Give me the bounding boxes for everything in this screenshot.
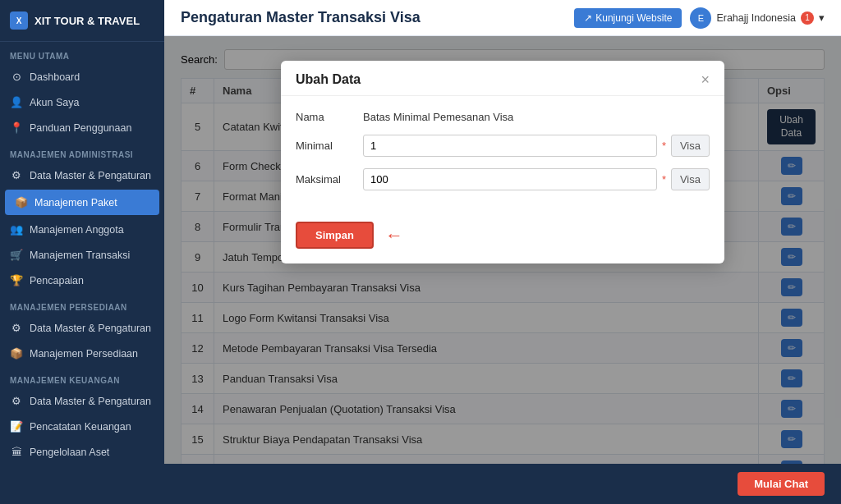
content-area: Search: # Nama Opsi 5Catatan Kwitansi Ta…	[164, 36, 841, 464]
guide-icon: 📍	[10, 121, 23, 134]
form-row-maksimal: Maksimal * Visa	[296, 168, 710, 190]
sidebar-item-label: Akun Saya	[30, 97, 79, 108]
modal-title: Ubah Data	[296, 72, 361, 87]
gear-icon-3: ⚙	[10, 395, 23, 407]
gear-icon-2: ⚙	[10, 322, 23, 334]
modal-header: Ubah Data ×	[281, 61, 724, 96]
sidebar-item-dashboard[interactable]: ⊙ Dashboard	[0, 64, 164, 89]
modal-footer: Simpan ←	[281, 217, 724, 263]
required-star-minimal: *	[662, 140, 666, 152]
user-name: Erahajj Indonesia	[716, 12, 796, 24]
sidebar-item-data-master[interactable]: ⚙ Data Master & Pengaturan	[0, 163, 164, 188]
form-input-group-maksimal: * Visa	[363, 168, 710, 190]
required-star-maksimal: *	[662, 173, 666, 186]
topbar: Pengaturan Master Transaksi Visa ↗ Kunju…	[164, 0, 841, 36]
chevron-down-icon: ▾	[819, 11, 825, 24]
form-label-maksimal: Maksimal	[296, 173, 353, 186]
package-icon-2: 📦	[10, 347, 23, 360]
mulai-chat-button[interactable]: Mulai Chat	[738, 472, 825, 496]
modal-ubah-data: Ubah Data × Nama Batas Minimal Pemesanan…	[281, 61, 724, 263]
modal-body: Nama Batas Minimal Pemesanan Visa Minima…	[281, 96, 724, 217]
package-icon: 📦	[15, 196, 28, 208]
sidebar-item-pengelolaan-aset[interactable]: 🏛 Pengelolaan Aset	[0, 439, 164, 465]
sidebar-item-label: Manajemen Persediaan	[30, 348, 138, 360]
section-label-admin: MANAJEMEN ADMINISTRASI	[0, 140, 164, 163]
sidebar-item-pencapaian[interactable]: 🏆 Pencapaian	[0, 268, 164, 293]
sidebar-item-label: Panduan Penggunaan	[30, 122, 131, 134]
sidebar-item-data-master-persediaan[interactable]: ⚙ Data Master & Pengaturan	[0, 315, 164, 341]
sidebar-item-manajemen-persediaan[interactable]: 📦 Manajemen Persediaan	[0, 341, 164, 366]
cart-icon: 🛒	[10, 249, 23, 261]
topbar-right: ↗ Kunjungi Website E Erahajj Indonesia 1…	[574, 7, 825, 29]
section-label-menu-utama: MENU UTAMA	[0, 42, 164, 64]
dashboard-icon: ⊙	[10, 71, 23, 83]
sidebar-item-pencatatan-keuangan[interactable]: 📝 Pencatatan Keuangan	[0, 414, 164, 439]
logo-icon: X	[10, 11, 28, 30]
sidebar-item-label: Dashboard	[30, 71, 80, 83]
bottom-bar: Mulai Chat	[164, 464, 841, 504]
form-label-minimal: Minimal	[296, 140, 353, 152]
minimal-input[interactable]	[363, 135, 657, 157]
form-label-nama: Nama	[296, 111, 353, 123]
modal-overlay: Ubah Data × Nama Batas Minimal Pemesanan…	[164, 36, 841, 464]
user-info[interactable]: E Erahajj Indonesia 1 ▾	[690, 7, 825, 29]
modal-close-button[interactable]: ×	[701, 72, 710, 87]
notes-icon: 📝	[10, 420, 23, 433]
sidebar-item-label: Data Master & Pengaturan	[30, 170, 151, 181]
maksimal-suffix: Visa	[671, 168, 710, 190]
minimal-suffix: Visa	[671, 135, 710, 157]
section-label-keuangan: MANAJEMEN KEUANGAN	[0, 366, 164, 388]
sidebar-item-akun-saya[interactable]: 👤 Akun Saya	[0, 89, 164, 115]
sidebar: X XIT TOUR & TRAVEL MENU UTAMA ⊙ Dashboa…	[0, 0, 164, 504]
building-icon: 🏛	[10, 446, 23, 458]
sidebar-item-manajemen-paket[interactable]: 📦 Manajemen Paket	[5, 190, 159, 215]
user-icon: 👤	[10, 96, 23, 108]
sidebar-item-label: Pengelolaan Aset	[30, 447, 109, 458]
trophy-icon: 🏆	[10, 274, 23, 286]
sidebar-item-manajemen-transaksi[interactable]: 🛒 Manajemen Transaksi	[0, 242, 164, 268]
page-title: Pengaturan Master Transaksi Visa	[181, 9, 420, 26]
sidebar-item-manajemen-anggota[interactable]: 👥 Manajemen Anggota	[0, 217, 164, 242]
visit-website-button[interactable]: ↗ Kunjungi Website	[574, 8, 682, 28]
sidebar-item-data-master-keuangan[interactable]: ⚙ Data Master & Pengaturan	[0, 388, 164, 414]
external-link-icon: ↗	[584, 12, 592, 24]
form-input-group-minimal: * Visa	[363, 135, 710, 157]
sidebar-item-label: Manajemen Transaksi	[30, 250, 130, 261]
sidebar-item-label: Manajemen Paket	[34, 197, 117, 208]
sidebar-logo: X XIT TOUR & TRAVEL	[0, 0, 164, 42]
sidebar-item-panduan[interactable]: 📍 Panduan Penggunaan	[0, 115, 164, 140]
form-value-nama: Batas Minimal Pemesanan Visa	[363, 111, 710, 123]
maksimal-input[interactable]	[363, 168, 657, 190]
sidebar-item-label: Manajemen Anggota	[30, 224, 124, 236]
members-icon: 👥	[10, 223, 23, 236]
logo-text: XIT TOUR & TRAVEL	[34, 15, 140, 27]
arrow-indicator: ←	[385, 225, 403, 246]
form-row-nama: Nama Batas Minimal Pemesanan Visa	[296, 111, 710, 123]
sidebar-item-label: Data Master & Pengaturan	[30, 323, 151, 334]
gear-icon: ⚙	[10, 169, 23, 181]
form-row-minimal: Minimal * Visa	[296, 135, 710, 157]
notification-badge: 1	[801, 11, 814, 25]
sidebar-item-label: Pencatatan Keuangan	[30, 421, 131, 433]
sidebar-item-label: Pencapaian	[30, 275, 84, 286]
main-content: Pengaturan Master Transaksi Visa ↗ Kunju…	[164, 0, 841, 504]
avatar: E	[690, 7, 711, 29]
simpan-button[interactable]: Simpan	[296, 222, 374, 249]
sidebar-item-label: Data Master & Pengaturan	[30, 396, 151, 407]
section-label-persediaan: MANAJEMEN PERSEDIAAN	[0, 293, 164, 315]
